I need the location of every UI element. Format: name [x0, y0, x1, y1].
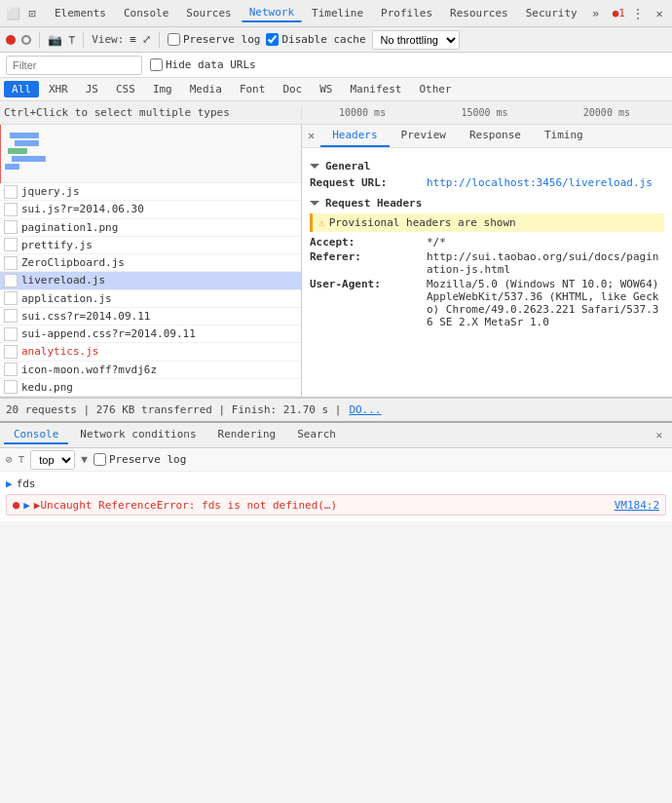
- tab-manifest[interactable]: Manifest: [343, 81, 410, 97]
- disable-cache-label: Disable cache: [281, 33, 365, 46]
- tab-js[interactable]: JS: [78, 81, 106, 97]
- nav-elements[interactable]: Elements: [47, 5, 114, 21]
- request-url-row: Request URL: http://localhost:3456/liver…: [310, 176, 664, 189]
- row-checkbox: [4, 327, 18, 341]
- tab-img[interactable]: Img: [145, 81, 180, 97]
- row-name: prettify.js: [21, 239, 297, 251]
- tab-media[interactable]: Media: [182, 81, 230, 97]
- tree-view-icon[interactable]: ⤢: [142, 33, 151, 46]
- bottom-panel: Console Network conditions Rendering Sea…: [0, 421, 672, 521]
- tab-xhr[interactable]: XHR: [41, 81, 76, 97]
- useragent-row: User-Agent: Mozilla/5.0 (Windows NT 10.0…: [310, 278, 664, 328]
- row-checkbox: [4, 274, 18, 287]
- network-row-analytics[interactable]: analytics.js: [0, 343, 301, 361]
- bottom-tab-network-conditions[interactable]: Network conditions: [70, 426, 205, 444]
- inspect-icon[interactable]: ⊡: [23, 5, 41, 22]
- row-name: livereload.js: [21, 274, 297, 287]
- network-body: jquery.js sui.js?r=2014.06.30 pagination…: [0, 125, 672, 398]
- close-bottom-panel-icon[interactable]: ✕: [650, 429, 668, 441]
- nav-network[interactable]: Network: [242, 4, 302, 22]
- list-view-icon[interactable]: ≡: [130, 33, 136, 46]
- row-checkbox: [4, 345, 18, 359]
- bottom-tab-console[interactable]: Console: [4, 426, 68, 444]
- record-button[interactable]: [6, 35, 16, 45]
- console-ban-icon[interactable]: ⊘: [6, 453, 13, 466]
- network-row-suicss[interactable]: sui.css?r=2014.09.11: [0, 308, 301, 325]
- console-preserve-log-checkbox[interactable]: [93, 453, 106, 466]
- tab-other[interactable]: Other: [411, 81, 459, 97]
- warning-icon: ⚠: [318, 216, 325, 229]
- disable-cache-check[interactable]: Disable cache: [266, 33, 365, 46]
- network-row-zeroclipboard[interactable]: ZeroClipboard.js: [0, 254, 301, 272]
- toolbar-divider-2: [83, 32, 84, 48]
- row-checkbox: [4, 220, 18, 234]
- hide-urls-checkbox[interactable]: [150, 58, 163, 71]
- top-nav: ⬜ ⊡ Elements Console Sources Network Tim…: [0, 0, 672, 27]
- stop-button[interactable]: [21, 35, 31, 45]
- network-row-livereload[interactable]: livereload.js: [0, 272, 301, 289]
- nav-profiles[interactable]: Profiles: [373, 5, 440, 21]
- more-options-icon[interactable]: ⋮: [629, 5, 647, 22]
- throttling-select[interactable]: No throttling: [372, 30, 460, 50]
- tab-ws[interactable]: WS: [312, 81, 340, 97]
- network-list: jquery.js sui.js?r=2014.06.30 pagination…: [0, 125, 302, 397]
- network-row-pagination[interactable]: pagination1.png: [0, 219, 301, 237]
- close-detail-icon[interactable]: ✕: [302, 125, 320, 147]
- hide-urls-check[interactable]: Hide data URLs: [150, 58, 256, 71]
- tab-css[interactable]: CSS: [108, 81, 143, 97]
- network-row-prettify[interactable]: prettify.js: [0, 237, 301, 254]
- hide-urls-label: Hide data URLs: [166, 58, 256, 71]
- row-name: icon-moon.woff?mvdj6z: [21, 363, 297, 376]
- status-link[interactable]: DO...: [349, 403, 381, 416]
- console-filter-icon[interactable]: ⊤: [19, 453, 25, 466]
- console-input-row: ▶ fds: [0, 476, 672, 492]
- console-input-text: fds: [17, 478, 36, 490]
- row-name: sui.css?r=2014.09.11: [21, 310, 297, 323]
- network-row-kedu[interactable]: kedu.png: [0, 379, 301, 397]
- close-devtools-icon[interactable]: ✕: [651, 5, 668, 22]
- detail-tab-preview[interactable]: Preview: [390, 125, 458, 147]
- timeline-marker-1: 10000 ms: [339, 107, 386, 118]
- timeline-name-col: Ctrl+Click to select multiple types: [0, 106, 302, 119]
- nav-more-icon[interactable]: »: [587, 5, 605, 22]
- network-row-iconmoon[interactable]: icon-moon.woff?mvdj6z: [0, 362, 301, 379]
- detail-tab-response[interactable]: Response: [458, 125, 533, 147]
- preserve-log-check[interactable]: Preserve log: [168, 33, 260, 46]
- camera-icon[interactable]: 📷: [48, 33, 62, 47]
- bottom-tab-search[interactable]: Search: [287, 426, 346, 444]
- tab-all[interactable]: All: [4, 81, 39, 97]
- preserve-log-checkbox[interactable]: [168, 33, 180, 46]
- status-text: 20 requests | 276 KB transferred | Finis…: [6, 403, 341, 416]
- nav-icons: ⬜ ⊡: [4, 5, 41, 22]
- network-row-application[interactable]: application.js: [0, 290, 301, 308]
- filter-input[interactable]: [6, 56, 142, 75]
- warning-text: Provisional headers are shown: [329, 216, 516, 229]
- disable-cache-checkbox[interactable]: [266, 33, 279, 46]
- nav-security[interactable]: Security: [518, 5, 585, 21]
- network-row-sui[interactable]: sui.js?r=2014.06.30: [0, 201, 301, 218]
- nav-timeline[interactable]: Timeline: [304, 5, 371, 21]
- network-row-suiappend[interactable]: sui-append.css?r=2014.09.11: [0, 325, 301, 343]
- console-expand-icon[interactable]: ▶: [23, 499, 30, 512]
- bottom-tab-rendering[interactable]: Rendering: [208, 426, 286, 444]
- console-level-arrow: ▼: [81, 453, 88, 466]
- row-checkbox: [4, 380, 18, 394]
- console-preserve-log-check[interactable]: Preserve log: [93, 453, 186, 466]
- tab-font[interactable]: Font: [232, 81, 274, 97]
- console-level-select[interactable]: top: [30, 450, 75, 470]
- row-checkbox: [4, 309, 18, 323]
- detail-tab-headers[interactable]: Headers: [320, 125, 389, 147]
- devtools-icon[interactable]: ⬜: [4, 5, 21, 22]
- row-name: pagination1.png: [21, 221, 297, 234]
- nav-sources[interactable]: Sources: [178, 5, 239, 21]
- tab-doc[interactable]: Doc: [275, 81, 310, 97]
- console-error-link[interactable]: VM184:2: [615, 499, 659, 512]
- filter-icon[interactable]: ⊤: [68, 33, 75, 47]
- nav-console[interactable]: Console: [116, 5, 176, 21]
- general-section-title: General: [310, 160, 664, 172]
- network-row-jquery[interactable]: jquery.js: [0, 183, 301, 201]
- nav-resources[interactable]: Resources: [442, 5, 516, 21]
- row-checkbox: [4, 256, 18, 270]
- detail-tab-timing[interactable]: Timing: [533, 125, 595, 147]
- row-name: application.js: [21, 292, 297, 305]
